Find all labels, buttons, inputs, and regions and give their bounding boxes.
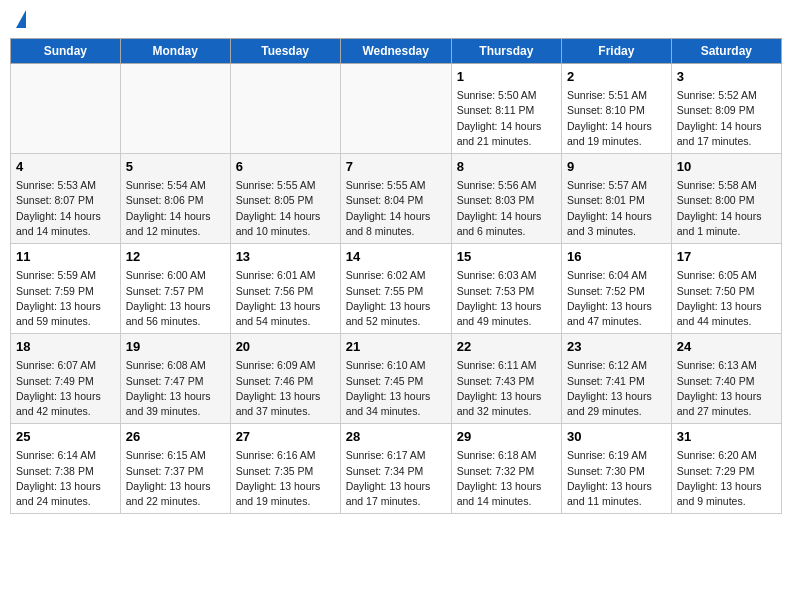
calendar-cell: 24Sunrise: 6:13 AMSunset: 7:40 PMDayligh…	[671, 334, 781, 424]
day-number: 7	[346, 158, 446, 176]
calendar-cell: 21Sunrise: 6:10 AMSunset: 7:45 PMDayligh…	[340, 334, 451, 424]
calendar-cell: 9Sunrise: 5:57 AMSunset: 8:01 PMDaylight…	[562, 154, 672, 244]
day-number: 11	[16, 248, 115, 266]
day-number: 20	[236, 338, 335, 356]
day-info: Sunrise: 6:01 AMSunset: 7:56 PMDaylight:…	[236, 268, 335, 329]
calendar-cell	[120, 64, 230, 154]
calendar-cell: 17Sunrise: 6:05 AMSunset: 7:50 PMDayligh…	[671, 244, 781, 334]
day-number: 23	[567, 338, 666, 356]
day-number: 6	[236, 158, 335, 176]
calendar-cell: 11Sunrise: 5:59 AMSunset: 7:59 PMDayligh…	[11, 244, 121, 334]
calendar-cell: 3Sunrise: 5:52 AMSunset: 8:09 PMDaylight…	[671, 64, 781, 154]
day-info: Sunrise: 6:20 AMSunset: 7:29 PMDaylight:…	[677, 448, 776, 509]
calendar-cell: 30Sunrise: 6:19 AMSunset: 7:30 PMDayligh…	[562, 424, 672, 514]
day-info: Sunrise: 6:17 AMSunset: 7:34 PMDaylight:…	[346, 448, 446, 509]
calendar-cell: 18Sunrise: 6:07 AMSunset: 7:49 PMDayligh…	[11, 334, 121, 424]
calendar-cell: 16Sunrise: 6:04 AMSunset: 7:52 PMDayligh…	[562, 244, 672, 334]
day-number: 8	[457, 158, 556, 176]
page-header	[10, 10, 782, 30]
calendar-cell: 31Sunrise: 6:20 AMSunset: 7:29 PMDayligh…	[671, 424, 781, 514]
day-number: 16	[567, 248, 666, 266]
calendar-cell: 22Sunrise: 6:11 AMSunset: 7:43 PMDayligh…	[451, 334, 561, 424]
day-info: Sunrise: 5:56 AMSunset: 8:03 PMDaylight:…	[457, 178, 556, 239]
calendar-cell: 2Sunrise: 5:51 AMSunset: 8:10 PMDaylight…	[562, 64, 672, 154]
day-number: 9	[567, 158, 666, 176]
day-info: Sunrise: 6:18 AMSunset: 7:32 PMDaylight:…	[457, 448, 556, 509]
calendar-cell	[230, 64, 340, 154]
day-info: Sunrise: 6:05 AMSunset: 7:50 PMDaylight:…	[677, 268, 776, 329]
day-number: 21	[346, 338, 446, 356]
calendar-cell: 23Sunrise: 6:12 AMSunset: 7:41 PMDayligh…	[562, 334, 672, 424]
calendar-cell: 27Sunrise: 6:16 AMSunset: 7:35 PMDayligh…	[230, 424, 340, 514]
day-number: 3	[677, 68, 776, 86]
calendar-week-5: 25Sunrise: 6:14 AMSunset: 7:38 PMDayligh…	[11, 424, 782, 514]
day-number: 24	[677, 338, 776, 356]
calendar-cell	[340, 64, 451, 154]
weekday-sunday: Sunday	[11, 39, 121, 64]
day-number: 25	[16, 428, 115, 446]
calendar-cell: 7Sunrise: 5:55 AMSunset: 8:04 PMDaylight…	[340, 154, 451, 244]
logo	[14, 10, 26, 30]
calendar-cell: 6Sunrise: 5:55 AMSunset: 8:05 PMDaylight…	[230, 154, 340, 244]
day-info: Sunrise: 6:15 AMSunset: 7:37 PMDaylight:…	[126, 448, 225, 509]
day-info: Sunrise: 6:03 AMSunset: 7:53 PMDaylight:…	[457, 268, 556, 329]
day-info: Sunrise: 5:50 AMSunset: 8:11 PMDaylight:…	[457, 88, 556, 149]
day-info: Sunrise: 6:19 AMSunset: 7:30 PMDaylight:…	[567, 448, 666, 509]
calendar-table: SundayMondayTuesdayWednesdayThursdayFrid…	[10, 38, 782, 514]
calendar-body: 1Sunrise: 5:50 AMSunset: 8:11 PMDaylight…	[11, 64, 782, 514]
day-number: 31	[677, 428, 776, 446]
calendar-week-4: 18Sunrise: 6:07 AMSunset: 7:49 PMDayligh…	[11, 334, 782, 424]
day-info: Sunrise: 6:08 AMSunset: 7:47 PMDaylight:…	[126, 358, 225, 419]
weekday-wednesday: Wednesday	[340, 39, 451, 64]
day-number: 15	[457, 248, 556, 266]
day-info: Sunrise: 5:58 AMSunset: 8:00 PMDaylight:…	[677, 178, 776, 239]
day-info: Sunrise: 5:55 AMSunset: 8:05 PMDaylight:…	[236, 178, 335, 239]
calendar-cell: 5Sunrise: 5:54 AMSunset: 8:06 PMDaylight…	[120, 154, 230, 244]
day-info: Sunrise: 6:10 AMSunset: 7:45 PMDaylight:…	[346, 358, 446, 419]
calendar-cell: 12Sunrise: 6:00 AMSunset: 7:57 PMDayligh…	[120, 244, 230, 334]
calendar-cell: 4Sunrise: 5:53 AMSunset: 8:07 PMDaylight…	[11, 154, 121, 244]
day-number: 26	[126, 428, 225, 446]
calendar-cell: 29Sunrise: 6:18 AMSunset: 7:32 PMDayligh…	[451, 424, 561, 514]
day-info: Sunrise: 6:02 AMSunset: 7:55 PMDaylight:…	[346, 268, 446, 329]
logo-triangle-icon	[16, 10, 26, 28]
day-number: 5	[126, 158, 225, 176]
day-number: 10	[677, 158, 776, 176]
calendar-cell: 20Sunrise: 6:09 AMSunset: 7:46 PMDayligh…	[230, 334, 340, 424]
day-info: Sunrise: 5:57 AMSunset: 8:01 PMDaylight:…	[567, 178, 666, 239]
calendar-cell: 26Sunrise: 6:15 AMSunset: 7:37 PMDayligh…	[120, 424, 230, 514]
day-info: Sunrise: 6:04 AMSunset: 7:52 PMDaylight:…	[567, 268, 666, 329]
calendar-cell: 15Sunrise: 6:03 AMSunset: 7:53 PMDayligh…	[451, 244, 561, 334]
day-number: 27	[236, 428, 335, 446]
calendar-cell: 25Sunrise: 6:14 AMSunset: 7:38 PMDayligh…	[11, 424, 121, 514]
weekday-tuesday: Tuesday	[230, 39, 340, 64]
weekday-thursday: Thursday	[451, 39, 561, 64]
day-number: 19	[126, 338, 225, 356]
day-number: 17	[677, 248, 776, 266]
weekday-friday: Friday	[562, 39, 672, 64]
calendar-cell	[11, 64, 121, 154]
day-info: Sunrise: 6:13 AMSunset: 7:40 PMDaylight:…	[677, 358, 776, 419]
calendar-cell: 13Sunrise: 6:01 AMSunset: 7:56 PMDayligh…	[230, 244, 340, 334]
day-info: Sunrise: 5:55 AMSunset: 8:04 PMDaylight:…	[346, 178, 446, 239]
calendar-week-2: 4Sunrise: 5:53 AMSunset: 8:07 PMDaylight…	[11, 154, 782, 244]
day-number: 28	[346, 428, 446, 446]
calendar-header: SundayMondayTuesdayWednesdayThursdayFrid…	[11, 39, 782, 64]
day-info: Sunrise: 5:53 AMSunset: 8:07 PMDaylight:…	[16, 178, 115, 239]
calendar-week-1: 1Sunrise: 5:50 AMSunset: 8:11 PMDaylight…	[11, 64, 782, 154]
day-info: Sunrise: 6:12 AMSunset: 7:41 PMDaylight:…	[567, 358, 666, 419]
weekday-saturday: Saturday	[671, 39, 781, 64]
day-info: Sunrise: 5:59 AMSunset: 7:59 PMDaylight:…	[16, 268, 115, 329]
calendar-cell: 14Sunrise: 6:02 AMSunset: 7:55 PMDayligh…	[340, 244, 451, 334]
day-number: 29	[457, 428, 556, 446]
day-info: Sunrise: 5:51 AMSunset: 8:10 PMDaylight:…	[567, 88, 666, 149]
day-number: 14	[346, 248, 446, 266]
day-info: Sunrise: 6:00 AMSunset: 7:57 PMDaylight:…	[126, 268, 225, 329]
day-number: 22	[457, 338, 556, 356]
weekday-header-row: SundayMondayTuesdayWednesdayThursdayFrid…	[11, 39, 782, 64]
day-info: Sunrise: 6:09 AMSunset: 7:46 PMDaylight:…	[236, 358, 335, 419]
day-number: 13	[236, 248, 335, 266]
day-info: Sunrise: 6:07 AMSunset: 7:49 PMDaylight:…	[16, 358, 115, 419]
day-info: Sunrise: 6:16 AMSunset: 7:35 PMDaylight:…	[236, 448, 335, 509]
day-number: 30	[567, 428, 666, 446]
